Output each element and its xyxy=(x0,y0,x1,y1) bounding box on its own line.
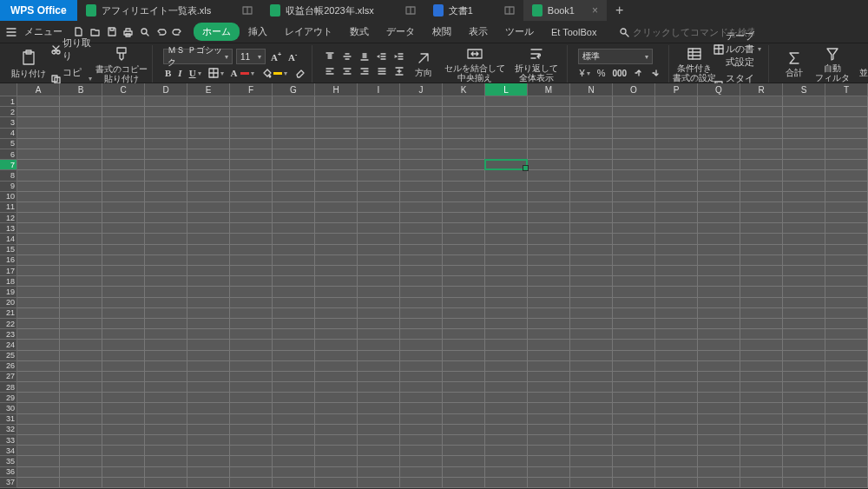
cell[interactable] xyxy=(740,340,783,350)
row-header[interactable]: 30 xyxy=(0,403,17,413)
cell[interactable] xyxy=(613,361,655,372)
cell[interactable] xyxy=(783,192,825,202)
row-header[interactable]: 8 xyxy=(0,170,17,181)
cell[interactable] xyxy=(443,266,485,276)
cell[interactable] xyxy=(485,403,528,413)
cell[interactable] xyxy=(102,117,145,128)
cell[interactable] xyxy=(485,287,528,297)
percent-button[interactable]: % xyxy=(595,67,608,79)
cell[interactable] xyxy=(698,192,740,202)
cell[interactable] xyxy=(102,266,145,276)
row-header[interactable]: 31 xyxy=(0,414,17,425)
cell[interactable] xyxy=(783,372,825,382)
column-header[interactable]: O xyxy=(613,83,655,96)
cell[interactable] xyxy=(60,425,102,435)
cell[interactable] xyxy=(273,308,315,319)
cell[interactable] xyxy=(825,467,868,478)
cell[interactable] xyxy=(825,96,868,107)
cell[interactable] xyxy=(400,287,443,297)
cell[interactable] xyxy=(783,414,825,425)
cell[interactable] xyxy=(17,129,60,139)
file-tab[interactable]: 文書1 xyxy=(424,0,523,21)
cell[interactable] xyxy=(17,149,60,160)
row-header[interactable]: 20 xyxy=(0,298,17,308)
cell[interactable] xyxy=(230,403,273,413)
cell[interactable] xyxy=(400,319,443,329)
cell[interactable] xyxy=(825,308,868,319)
cell[interactable] xyxy=(825,129,868,139)
cell[interactable] xyxy=(187,351,230,361)
cell[interactable] xyxy=(485,319,528,329)
column-header[interactable]: N xyxy=(570,83,613,96)
cell[interactable] xyxy=(273,351,315,361)
cell[interactable] xyxy=(485,308,528,319)
cell[interactable] xyxy=(613,287,655,297)
cell[interactable] xyxy=(698,319,740,329)
distribute-button[interactable] xyxy=(392,65,406,77)
select-all-corner[interactable] xyxy=(0,83,17,96)
cell[interactable] xyxy=(60,245,102,255)
cell[interactable] xyxy=(273,160,315,170)
cell[interactable] xyxy=(655,414,698,425)
cell[interactable] xyxy=(655,149,698,160)
cell[interactable] xyxy=(400,245,443,255)
cell[interactable] xyxy=(825,192,868,202)
cell[interactable] xyxy=(145,149,187,160)
cell[interactable] xyxy=(655,456,698,466)
cells-area[interactable] xyxy=(17,96,868,489)
cell[interactable] xyxy=(570,340,613,350)
cell[interactable] xyxy=(315,223,358,234)
cell[interactable] xyxy=(698,96,740,107)
column-header[interactable]: M xyxy=(528,83,570,96)
cell[interactable] xyxy=(17,139,60,149)
cell[interactable] xyxy=(315,425,358,435)
cell[interactable] xyxy=(102,149,145,160)
cell[interactable] xyxy=(443,435,485,446)
cell[interactable] xyxy=(740,287,783,297)
row-header[interactable]: 26 xyxy=(0,361,17,372)
cell[interactable] xyxy=(485,467,528,478)
cell[interactable] xyxy=(273,414,315,425)
cell[interactable] xyxy=(187,266,230,276)
cell[interactable] xyxy=(443,234,485,244)
cell[interactable] xyxy=(443,425,485,435)
cell[interactable] xyxy=(655,107,698,117)
cell[interactable] xyxy=(485,478,528,488)
cell[interactable] xyxy=(783,393,825,403)
row-header[interactable]: 23 xyxy=(0,329,17,340)
cell[interactable] xyxy=(358,425,400,435)
column-header[interactable]: F xyxy=(230,83,273,96)
cell[interactable] xyxy=(740,107,783,117)
cell[interactable] xyxy=(315,202,358,213)
cell[interactable] xyxy=(570,308,613,319)
cell[interactable] xyxy=(740,129,783,139)
cell[interactable] xyxy=(315,213,358,223)
column-header[interactable]: H xyxy=(315,83,358,96)
cell[interactable] xyxy=(315,393,358,403)
cell[interactable] xyxy=(60,213,102,223)
cell[interactable] xyxy=(145,382,187,393)
row-header[interactable]: 33 xyxy=(0,435,17,446)
cell[interactable] xyxy=(230,340,273,350)
cell[interactable] xyxy=(740,308,783,319)
cell[interactable] xyxy=(187,182,230,192)
cell[interactable] xyxy=(315,117,358,128)
cell[interactable] xyxy=(528,223,570,234)
cell[interactable] xyxy=(698,329,740,340)
cell[interactable] xyxy=(783,276,825,287)
cell[interactable] xyxy=(485,139,528,149)
row-header[interactable]: 14 xyxy=(0,234,17,244)
cell[interactable] xyxy=(783,403,825,413)
cell[interactable] xyxy=(273,223,315,234)
currency-button[interactable]: ¥▾ xyxy=(578,67,592,79)
cell[interactable] xyxy=(613,425,655,435)
cell[interactable] xyxy=(570,329,613,340)
cell[interactable] xyxy=(655,245,698,255)
cell[interactable] xyxy=(145,266,187,276)
cell[interactable] xyxy=(655,266,698,276)
cell[interactable] xyxy=(315,255,358,266)
cell[interactable] xyxy=(400,192,443,202)
cell[interactable] xyxy=(698,287,740,297)
cell[interactable] xyxy=(570,223,613,234)
cell[interactable] xyxy=(443,255,485,266)
